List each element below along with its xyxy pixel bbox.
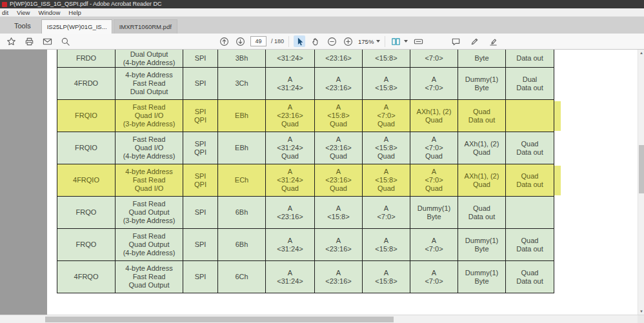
cell-byte3: A <15:8> [363, 229, 410, 261]
tab-document-label: IS25LP(WP)01G_IS... [47, 23, 107, 30]
cell-mode: SPI [183, 261, 218, 293]
page-down-icon[interactable] [234, 35, 246, 47]
cell-byte1: A <23:16> [266, 197, 315, 229]
table-row: FRQIO Fast Read Quad I/O (4-byte Address… [57, 132, 554, 164]
cell-opcode: 6Bh [218, 197, 266, 229]
cell-instruction: FRQO [57, 197, 116, 229]
cell-byte4: A <7:0> [410, 261, 458, 293]
favorites-star-icon[interactable] [5, 35, 17, 47]
cell-opcode: EBh [218, 132, 266, 164]
toolbar-separator [288, 36, 289, 47]
table-row: FRQIO Fast Read Quad I/O (3-byte Address… [57, 100, 554, 132]
cell-byte4: A <7:0> Quad [410, 164, 458, 197]
cell-byte2: A <23:16> Quad [315, 132, 363, 164]
cell-byte4: <7:0> [410, 50, 458, 68]
cell-byte6: Data out [506, 50, 554, 68]
cell-mode: SPI [183, 68, 218, 100]
menu-view[interactable]: View [17, 9, 30, 16]
cell-mode: SPI [183, 229, 218, 261]
cell-byte1: A <31:24> [266, 229, 315, 261]
menu-window[interactable]: Window [38, 9, 60, 16]
zoom-level-dropdown[interactable]: 175% [358, 38, 380, 45]
cell-byte2: A <15:8> Quad [315, 100, 363, 132]
cell-description: 4-byte Address Fast Read Dual Output [116, 68, 183, 100]
cell-instruction: FRQO [57, 229, 116, 261]
page-number-input[interactable] [250, 36, 267, 46]
cell-byte2: A <23:16> [315, 229, 363, 261]
zoom-level-label: 175% [358, 38, 374, 45]
window-titlebar: P(WP)01G_ISS_1G_QSPI.pdf - Adobe Acrobat… [0, 0, 644, 8]
vertical-scrollbar[interactable]: ▲ ▼ [638, 50, 644, 315]
page-display-icon [390, 35, 401, 47]
page-total-label: / 180 [271, 38, 284, 44]
cell-mode: SPI QPI [183, 132, 218, 164]
cell-opcode: 6Ch [218, 261, 266, 293]
cell-byte2: A <23:16> [315, 68, 363, 100]
tab-document-label: IMXRT1060RM.pdf [119, 23, 172, 30]
cell-instruction: 4FRQO [57, 261, 116, 293]
cell-mode: SPI [183, 50, 218, 68]
cell-byte6: Dual Data out [506, 68, 554, 100]
vertical-scrollbar-thumb[interactable] [639, 145, 644, 193]
menu-help[interactable]: Help [68, 9, 81, 16]
cell-description: Fast Read Quad Output (3-byte Address) [116, 197, 183, 229]
cell-byte3: <15:8> [363, 50, 410, 68]
tab-document-inactive[interactable]: IMXRT1060RM.pdf [114, 19, 177, 34]
cell-byte4: A <7:0> [410, 68, 458, 100]
cell-opcode: EBh [218, 100, 266, 132]
cell-opcode: 3Ch [218, 68, 266, 100]
cell-byte3: A <7:0> [363, 197, 410, 229]
acrobat-app-icon [2, 2, 7, 7]
zoom-out-icon[interactable] [326, 35, 337, 47]
scroll-mode-icon[interactable] [412, 35, 424, 47]
command-table: FRDO Dual Output (4-byte Address) SPI 3B… [57, 50, 554, 293]
cell-description: Dual Output (4-byte Address) [116, 50, 183, 68]
close-icon[interactable]: × [112, 24, 112, 30]
cell-byte1: A <31:24> [266, 68, 315, 100]
print-icon[interactable] [23, 35, 35, 47]
page-display-dropdown[interactable] [390, 35, 408, 47]
cell-byte2: A <23:16> Quad [315, 164, 363, 197]
cell-description: 4-byte Address Fast Read Quad I/O [116, 164, 183, 197]
cell-instruction: FRDO [57, 50, 116, 68]
comment-icon[interactable] [450, 35, 461, 47]
cell-byte6: Quad Data out [506, 132, 554, 164]
cell-description: Fast Read Quad Output (4-byte Address) [116, 229, 183, 261]
scroll-up-icon[interactable]: ▲ [638, 50, 644, 56]
table-row: 4FRQO 4-byte Address Fast Read Quad Outp… [57, 261, 554, 293]
page-up-icon[interactable] [218, 35, 230, 47]
tab-tools[interactable]: Tools [14, 22, 31, 30]
cell-byte5: Quad Data out [458, 100, 506, 132]
zoom-in-icon[interactable] [342, 35, 354, 47]
toolbar-separator [385, 36, 385, 47]
search-icon[interactable] [59, 35, 71, 47]
cell-byte5: AXh(1), (2) Quad [458, 132, 506, 164]
cell-byte6: Quad Data out [506, 164, 554, 197]
cell-byte3: A <15:8> Quad [363, 164, 410, 197]
draw-pen-icon[interactable] [468, 35, 480, 47]
cell-byte3: A <7:0> Quad [363, 100, 410, 132]
cell-byte1: A <31:24> [266, 261, 315, 293]
cell-byte1: A <23:16> Quad [266, 100, 315, 132]
cell-instruction: 4FRQIO [57, 164, 116, 197]
hand-tool-icon[interactable] [310, 35, 321, 47]
cell-byte5: Dummy(1) Byte [458, 68, 506, 100]
cell-instruction: FRQIO [57, 100, 116, 132]
tab-bar: Tools IS25LP(WP)01G_IS... × IMXRT1060RM.… [0, 17, 644, 34]
cell-byte5: Dummy(1) Byte [458, 229, 506, 261]
highlighter-icon[interactable] [487, 35, 499, 47]
scroll-down-icon[interactable]: ▼ [638, 308, 644, 315]
cell-instruction: 4FRDO [57, 68, 116, 100]
cell-byte5: Quad Data out [458, 197, 506, 229]
cell-byte1: A <31:24> Quad [266, 164, 315, 197]
cell-mode: SPI QPI [183, 100, 218, 132]
cell-description: Fast Read Quad I/O (4-byte Address) [116, 132, 183, 164]
horizontal-scrollbar-thumb[interactable] [45, 317, 394, 322]
cell-byte5: Dummy(1) Byte [458, 261, 506, 293]
tab-document-active[interactable]: IS25LP(WP)01G_IS... × [41, 19, 112, 34]
email-icon[interactable] [41, 35, 53, 47]
horizontal-scrollbar[interactable] [0, 315, 644, 323]
cell-opcode: 6Bh [218, 229, 266, 261]
select-tool-icon[interactable] [294, 35, 305, 47]
menu-edit[interactable]: dit [2, 9, 8, 16]
